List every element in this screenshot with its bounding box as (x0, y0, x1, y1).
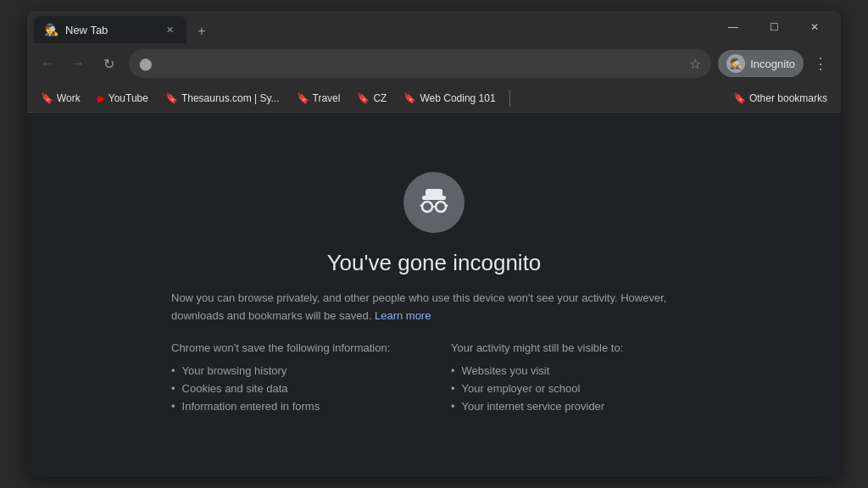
svg-point-3 (436, 202, 446, 212)
bookmark-work[interactable]: 🔖 Work (34, 89, 87, 108)
duck-icon: ⬤ (139, 57, 153, 70)
tab-title: New Tab (65, 24, 156, 36)
bookmark-thesaurus[interactable]: 🔖 Thesaurus.com | Sy... (159, 89, 287, 108)
bookmark-cz[interactable]: 🔖 CZ (350, 89, 393, 108)
list-item-employer: Your employer or school (451, 382, 697, 395)
list-item-isp: Your internet service provider (451, 400, 697, 413)
bookmark-travel-label: Travel (313, 92, 341, 104)
refresh-button[interactable]: ↻ (95, 50, 122, 77)
bookmark-cz-label: CZ (373, 92, 387, 104)
bookmark-travel-icon: 🔖 (297, 92, 309, 104)
address-bar[interactable]: ⬤ ☆ (129, 49, 711, 78)
bookmark-thesaurus-icon: 🔖 (165, 92, 178, 104)
close-button[interactable]: ✕ (795, 11, 834, 43)
bookmark-cz-icon: 🔖 (357, 92, 370, 104)
chrome-wont-save-list: Your browsing history Cookies and site d… (171, 364, 417, 413)
title-bar: 🕵️ New Tab ✕ + — ☐ ✕ (27, 11, 841, 43)
info-columns: Chrome won't save the following informat… (171, 341, 697, 418)
bookmark-thesaurus-label: Thesaurus.com | Sy... (181, 92, 280, 104)
chrome-menu-button[interactable]: ⋮ (807, 50, 834, 77)
other-bookmarks[interactable]: 🔖 Other bookmarks (726, 89, 834, 108)
svg-rect-1 (426, 189, 442, 197)
incognito-avatar: 🕵️ (726, 54, 745, 73)
learn-more-link[interactable]: Learn more (375, 309, 431, 322)
new-tab-button[interactable]: + (190, 19, 214, 43)
address-input[interactable] (159, 57, 682, 70)
tab-close-button[interactable]: ✕ (163, 23, 176, 36)
incognito-title: You've gone incognito (327, 250, 542, 276)
list-item-browsing-history: Your browsing history (171, 364, 417, 377)
tab-strip: 🕵️ New Tab ✕ + (34, 11, 714, 43)
incognito-logo (403, 172, 465, 233)
profile-button[interactable]: 🕵️ Incognito (718, 50, 804, 77)
still-visible-column: Your activity might still be visible to:… (451, 341, 697, 418)
incognito-svg-icon (414, 182, 454, 223)
incognito-description: Now you can browse privately, and other … (171, 290, 697, 325)
minimize-button[interactable]: — (714, 11, 753, 43)
bookmark-work-label: Work (57, 92, 81, 104)
active-tab[interactable]: 🕵️ New Tab ✕ (34, 16, 186, 43)
window-controls: — ☐ ✕ (714, 11, 834, 43)
bookmark-youtube-label: YouTube (108, 92, 148, 104)
svg-point-2 (422, 202, 432, 212)
bookmarks-bar: 🔖 Work ▶ YouTube 🔖 Thesaurus.com | Sy...… (27, 84, 841, 113)
bookmark-webcoding[interactable]: 🔖 Web Coding 101 (397, 89, 502, 108)
bookmark-webcoding-label: Web Coding 101 (420, 92, 495, 104)
maximize-button[interactable]: ☐ (754, 11, 793, 43)
back-button[interactable]: ← (34, 50, 61, 77)
browser-window: 🕵️ New Tab ✕ + — ☐ ✕ ← → ↻ ⬤ ☆ 🕵️ Incogn… (27, 11, 841, 477)
bookmark-work-icon: 🔖 (41, 92, 53, 104)
still-visible-title: Your activity might still be visible to: (451, 341, 697, 354)
forward-button[interactable]: → (64, 50, 92, 77)
list-item-forms: Information entered in forms (171, 400, 417, 413)
chrome-wont-save-title: Chrome won't save the following informat… (171, 341, 417, 354)
page-content: You've gone incognito Now you can browse… (27, 113, 841, 477)
svg-line-6 (446, 205, 448, 207)
bookmarks-separator (509, 90, 510, 107)
bookmark-webcoding-icon: 🔖 (403, 92, 416, 104)
chrome-wont-save-column: Chrome won't save the following informat… (171, 341, 417, 418)
tab-icon: 🕵️ (44, 23, 58, 36)
bookmark-youtube[interactable]: ▶ YouTube (91, 89, 155, 108)
list-item-websites: Websites you visit (451, 364, 697, 377)
other-bookmarks-icon: 🔖 (733, 92, 746, 104)
bookmark-youtube-icon: ▶ (97, 92, 105, 104)
navigation-bar: ← → ↻ ⬤ ☆ 🕵️ Incognito ⋮ (27, 43, 841, 84)
profile-label: Incognito (750, 58, 795, 70)
svg-line-5 (420, 205, 422, 207)
bookmark-star-icon[interactable]: ☆ (689, 56, 701, 72)
bookmark-travel[interactable]: 🔖 Travel (290, 89, 348, 108)
incognito-page: You've gone incognito Now you can browse… (146, 155, 722, 435)
other-bookmarks-label: Other bookmarks (749, 92, 827, 104)
list-item-cookies: Cookies and site data (171, 382, 417, 395)
still-visible-list: Websites you visit Your employer or scho… (451, 364, 697, 413)
